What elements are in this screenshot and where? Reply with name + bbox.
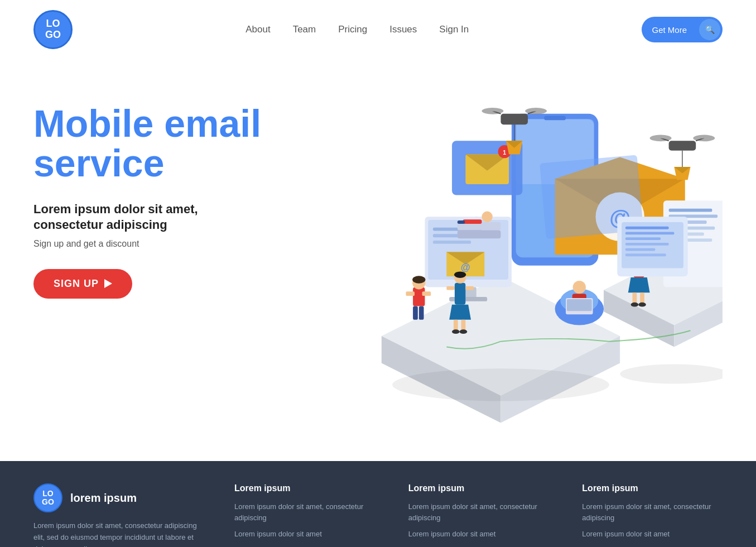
footer-col-3-title: Lorem ipsum [582,483,723,493]
svg-point-93 [482,212,493,222]
svg-rect-103 [625,248,655,251]
get-more-button[interactable]: Get More [642,20,697,40]
svg-rect-64 [446,286,455,290]
svg-rect-95 [463,219,482,224]
hero-illustration: @ 1 [279,70,723,450]
footer-logo: LO GO [33,483,62,512]
nav-signin[interactable]: Sign In [439,24,469,35]
svg-point-106 [620,364,723,384]
svg-rect-104 [625,253,666,256]
search-icon: 🔍 [705,25,715,34]
hero-title: Mobile email service [33,104,268,184]
svg-rect-96 [458,220,465,224]
hero-section: Mobile email service Lorem ipsum dolor s… [0,59,756,461]
svg-marker-79 [628,277,650,292]
svg-rect-70 [669,209,712,212]
svg-rect-99 [625,227,669,229]
play-icon [104,279,112,288]
svg-rect-90 [567,299,592,311]
footer-col-1-title: Lorem ipsum [234,483,375,493]
svg-rect-53 [419,306,424,320]
svg-text:@: @ [461,262,470,273]
footer-col-3-link-2[interactable]: Lorem ipsum dolor sit amet [582,529,723,540]
svg-point-63 [460,329,468,334]
svg-rect-43 [433,241,471,244]
svg-rect-92 [458,231,501,239]
main-nav: About Team Pricing Issues Sign In [245,24,469,35]
footer-brand-desc: Lorem ipsum dolor sit amet, consectetur … [33,520,201,547]
footer-col-3: Lorem ipsum Lorem ipsum dolor sit amet, … [582,483,723,545]
footer-col-3-link-1[interactable]: Lorem ipsum dolor sit amet, consectetur … [582,501,723,523]
svg-rect-54 [406,291,415,296]
footer: LO GO lorem ipsum Lorem ipsum dolor sit … [0,461,756,547]
footer-col-2-link-2[interactable]: Lorem ipsum dolor sit amet [408,529,549,540]
svg-rect-56 [455,283,465,305]
nav-pricing[interactable]: Pricing [338,24,367,35]
hero-text-block: Mobile email service Lorem ipsum dolor s… [33,70,268,299]
signup-button[interactable]: SIGN UP [33,269,132,299]
svg-rect-101 [625,237,661,240]
svg-point-83 [638,303,646,307]
illustration-svg: @ 1 [279,70,723,450]
footer-col-2-title: Lorem ipsum [408,483,549,493]
svg-point-62 [452,329,460,334]
svg-rect-80 [633,292,637,303]
svg-point-87 [573,281,586,294]
footer-col-2: Lorem ipsum Lorem ipsum dolor sit amet, … [408,483,549,545]
svg-text:1: 1 [503,149,506,156]
nav-issues[interactable]: Issues [389,24,417,35]
svg-rect-3 [544,116,566,121]
footer-col-1: Lorem ipsum Lorem ipsum dolor sit amet, … [234,483,375,545]
svg-rect-61 [461,320,466,330]
svg-point-105 [392,368,609,401]
hero-description: Sign up and get a discount [33,239,268,249]
footer-col-2-link-1[interactable]: Lorem ipsum dolor sit amet, consectetur … [408,501,549,523]
svg-marker-59 [449,305,471,320]
svg-rect-100 [625,232,674,234]
get-more-container[interactable]: Get More 🔍 [642,17,723,42]
nav-team[interactable]: Team [293,24,316,35]
svg-point-51 [412,276,425,284]
footer-brand: LO GO lorem ipsum Lorem ipsum dolor sit … [33,483,201,547]
nav-about[interactable]: About [245,24,270,35]
hero-subtitle: Lorem ipsum dolor sit amet, consectetur … [33,201,268,233]
svg-rect-52 [413,306,418,320]
signup-label: SIGN UP [54,278,99,290]
svg-rect-14 [501,114,528,124]
svg-rect-81 [640,292,644,303]
logo-circle: LO GO [33,10,73,49]
svg-rect-65 [465,286,474,290]
footer-logo-row: LO GO lorem ipsum [33,483,201,512]
footer-col-1-link-2[interactable]: Lorem ipsum dolor sit amet [234,529,375,540]
svg-point-82 [631,303,639,307]
search-button[interactable]: 🔍 [699,19,720,40]
footer-brand-name: lorem ipsum [70,492,137,505]
svg-rect-102 [625,243,669,246]
svg-rect-24 [669,141,696,150]
header: LO GO About Team Pricing Issues Sign In … [0,0,756,59]
svg-rect-49 [413,287,425,306]
svg-point-58 [454,271,466,278]
logo[interactable]: LO GO [33,10,73,49]
svg-rect-60 [454,320,458,330]
footer-col-1-link-1[interactable]: Lorem ipsum dolor sit amet, consectetur … [234,501,375,523]
svg-rect-55 [422,291,431,296]
